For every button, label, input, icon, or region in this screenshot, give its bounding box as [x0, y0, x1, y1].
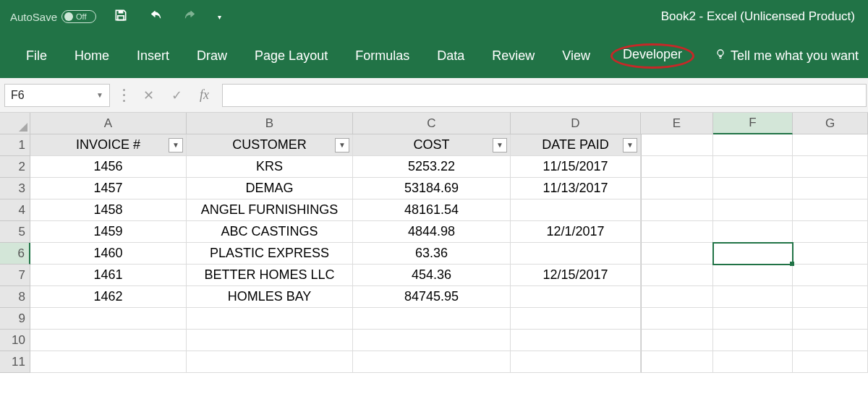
cell[interactable]: [713, 134, 793, 156]
row-header[interactable]: 2: [0, 156, 30, 178]
cell[interactable]: [713, 243, 793, 265]
row-header[interactable]: 1: [0, 134, 30, 156]
cell[interactable]: COST▼: [353, 134, 511, 156]
row-header[interactable]: 4: [0, 199, 30, 221]
chevron-down-icon[interactable]: ▼: [96, 91, 103, 99]
cell[interactable]: [793, 199, 868, 221]
cell[interactable]: [511, 286, 641, 308]
autosave-control[interactable]: AutoSave Off: [10, 10, 96, 23]
cell[interactable]: [641, 308, 713, 330]
cell[interactable]: ABC CASTINGS: [187, 221, 353, 243]
fx-icon[interactable]: fx: [200, 87, 209, 103]
cell[interactable]: [641, 265, 713, 286]
tab-view[interactable]: View: [562, 48, 590, 64]
column-header[interactable]: G: [793, 113, 868, 134]
cell[interactable]: [713, 221, 793, 243]
filter-dropdown-icon[interactable]: ▼: [623, 138, 637, 152]
tab-review[interactable]: Review: [492, 48, 535, 64]
cell[interactable]: [793, 330, 868, 351]
row-header[interactable]: 3: [0, 178, 30, 199]
cell[interactable]: [641, 351, 713, 373]
tab-file[interactable]: File: [26, 48, 47, 64]
tab-formulas[interactable]: Formulas: [355, 48, 409, 64]
tab-page-layout[interactable]: Page Layout: [255, 48, 328, 64]
cell[interactable]: KRS: [187, 156, 353, 178]
cell[interactable]: [793, 265, 868, 286]
cell[interactable]: [187, 330, 353, 351]
cell[interactable]: [713, 330, 793, 351]
cell[interactable]: [641, 330, 713, 351]
cell[interactable]: [353, 351, 511, 373]
cell[interactable]: [30, 308, 187, 330]
cell[interactable]: [793, 308, 868, 330]
row-header[interactable]: 8: [0, 286, 30, 308]
cell[interactable]: [641, 178, 713, 199]
cell[interactable]: [713, 156, 793, 178]
cell[interactable]: [187, 308, 353, 330]
cell[interactable]: [641, 243, 713, 265]
cell[interactable]: 5253.22: [353, 156, 511, 178]
cell[interactable]: [187, 351, 353, 373]
cell[interactable]: CUSTOMER▼: [187, 134, 353, 156]
cell[interactable]: [511, 308, 641, 330]
cell[interactable]: [713, 351, 793, 373]
formula-input[interactable]: [222, 84, 867, 107]
cell[interactable]: 4844.98: [353, 221, 511, 243]
cell[interactable]: ANGEL FURNISHINGS: [187, 199, 353, 221]
cell[interactable]: [641, 199, 713, 221]
tab-developer[interactable]: Developer: [610, 43, 694, 69]
cell[interactable]: [713, 308, 793, 330]
cell[interactable]: [641, 286, 713, 308]
row-header[interactable]: 7: [0, 265, 30, 286]
cell[interactable]: HOMLES BAY: [187, 286, 353, 308]
column-header[interactable]: D: [511, 113, 641, 134]
cell[interactable]: 1458: [30, 199, 187, 221]
autosave-toggle[interactable]: Off: [61, 10, 96, 23]
cell[interactable]: 1462: [30, 286, 187, 308]
column-header[interactable]: E: [641, 113, 713, 134]
filter-dropdown-icon[interactable]: ▼: [169, 138, 183, 152]
filter-dropdown-icon[interactable]: ▼: [335, 138, 349, 152]
save-icon[interactable]: [114, 8, 128, 25]
cell[interactable]: INVOICE #▼: [30, 134, 187, 156]
cell[interactable]: 1460: [30, 243, 187, 265]
cell[interactable]: [713, 199, 793, 221]
select-all-corner[interactable]: [0, 113, 30, 134]
cell[interactable]: PLASTIC EXPRESS: [187, 243, 353, 265]
name-box[interactable]: F6 ▼: [4, 84, 110, 107]
cell[interactable]: [511, 330, 641, 351]
cell[interactable]: 84745.95: [353, 286, 511, 308]
row-header[interactable]: 9: [0, 308, 30, 330]
cell[interactable]: [353, 308, 511, 330]
spreadsheet-grid[interactable]: ABCDEFG1INVOICE #▼CUSTOMER▼COST▼DATE PAI…: [0, 113, 868, 373]
column-header[interactable]: C: [353, 113, 511, 134]
cell[interactable]: [641, 156, 713, 178]
cell[interactable]: [511, 199, 641, 221]
tab-draw[interactable]: Draw: [197, 48, 227, 64]
cell[interactable]: [641, 134, 713, 156]
column-header[interactable]: A: [30, 113, 187, 134]
cell[interactable]: [713, 286, 793, 308]
cell[interactable]: [793, 178, 868, 199]
cell[interactable]: [353, 330, 511, 351]
cell[interactable]: 63.36: [353, 243, 511, 265]
cell[interactable]: [793, 286, 868, 308]
cell[interactable]: 53184.69: [353, 178, 511, 199]
cell[interactable]: 1459: [30, 221, 187, 243]
cell[interactable]: [793, 156, 868, 178]
tab-insert[interactable]: Insert: [137, 48, 169, 64]
cell[interactable]: [511, 351, 641, 373]
tab-data[interactable]: Data: [437, 48, 464, 64]
qat-customize-icon[interactable]: ▾: [218, 13, 221, 21]
cell[interactable]: 11/13/2017: [511, 178, 641, 199]
cell[interactable]: 1461: [30, 265, 187, 286]
row-header[interactable]: 5: [0, 221, 30, 243]
column-header[interactable]: F: [713, 113, 793, 134]
cell[interactable]: BETTER HOMES LLC: [187, 265, 353, 286]
cell[interactable]: 11/15/2017: [511, 156, 641, 178]
tab-home[interactable]: Home: [75, 48, 109, 64]
cell[interactable]: 454.36: [353, 265, 511, 286]
grip-icon[interactable]: [123, 89, 126, 102]
cell[interactable]: 48161.54: [353, 199, 511, 221]
cell[interactable]: [793, 351, 868, 373]
